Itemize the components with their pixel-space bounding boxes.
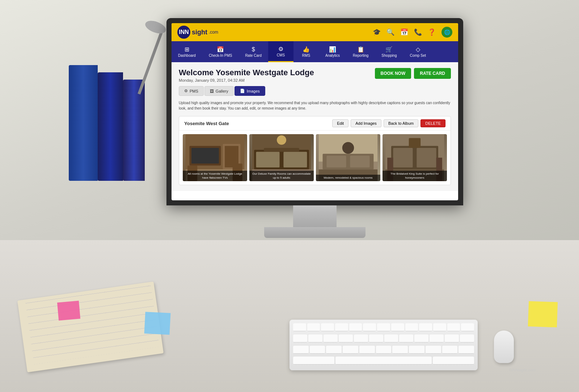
edit-button[interactable]: Edit xyxy=(332,119,348,127)
welcome-date: Monday, January 09, 2017, 04:32 AM xyxy=(179,78,314,82)
nav-label-checkin: Check-In PMS xyxy=(209,54,232,57)
logo-icon: INN xyxy=(177,26,190,39)
nav-label-analytics: Analytics xyxy=(325,54,340,57)
gallery-tab-label: Gallery xyxy=(216,89,228,93)
nav-item-reporting[interactable]: 📋 Reporting xyxy=(346,41,375,62)
room-image-caption-2: Our Deluxe Family Rooms can accommodate … xyxy=(249,171,314,181)
nav-item-comp-set[interactable]: ◇ Comp Set xyxy=(403,41,432,62)
monitor-stand-base xyxy=(264,227,365,238)
copyright-text: ©INNsight.com xyxy=(509,368,536,372)
svg-rect-21 xyxy=(342,142,354,154)
room-image-caption-3: Modern, remodeled & spacious rooms xyxy=(316,175,380,181)
svg-rect-11 xyxy=(283,152,307,167)
logo-text: sight xyxy=(192,29,207,36)
svg-rect-19 xyxy=(350,156,369,168)
svg-rect-18 xyxy=(326,156,346,168)
nav-label-cms: CMS xyxy=(277,53,285,57)
binder-3 xyxy=(123,80,145,181)
gallery-tab-icon: 🖼 xyxy=(210,89,214,93)
nav-label-shopping: Shopping xyxy=(381,54,397,57)
album-section: Yosemite West Gate Edit Add Images Back … xyxy=(179,116,451,185)
svg-rect-12 xyxy=(264,148,299,152)
rms-icon: 👍 xyxy=(303,46,310,53)
reporting-icon: 📋 xyxy=(357,46,364,53)
delete-button[interactable]: DELETE xyxy=(420,119,445,127)
search-icon[interactable]: 🔍 xyxy=(386,28,394,36)
binder-1 xyxy=(69,65,98,181)
room-image-3[interactable]: Modern, remodeled & spacious rooms xyxy=(316,134,380,181)
nav-label-rms: RMS xyxy=(302,54,310,57)
phone-icon[interactable]: 📞 xyxy=(414,28,422,36)
room-image-2[interactable]: Our Deluxe Family Rooms can accommodate … xyxy=(249,134,314,181)
app-header: INN sight.com 🎓 🔍 📅 📞 ❓ 🌐 xyxy=(172,23,458,41)
nav-item-checkin-pms[interactable]: 📅 Check-In PMS xyxy=(202,41,238,62)
calendar-icon[interactable]: 📅 xyxy=(400,28,408,36)
nav-item-cms[interactable]: ⚙ CMS xyxy=(268,41,293,62)
tab-bar: ⚙ PMS 🖼 Gallery 📄 Images xyxy=(179,86,451,96)
header-buttons: BOOK NOW RATE CARD xyxy=(375,68,451,79)
room-image-1[interactable]: All rooms at the Yosemite Westgate Lodge… xyxy=(183,134,247,181)
page-title: Welcome Yosemite Westgate Lodge xyxy=(179,68,314,77)
monitor-stand-neck xyxy=(293,205,337,227)
logo-domain: .com xyxy=(209,30,218,35)
nav-item-rms[interactable]: 👍 RMS xyxy=(293,41,319,62)
nav-item-rate-card[interactable]: $ Rate Card xyxy=(238,41,268,62)
pms-tab-label: PMS xyxy=(190,89,198,93)
monitor-bezel: INN sight.com 🎓 🔍 📅 📞 ❓ 🌐 ⊞ Dashboard xyxy=(166,18,463,205)
cms-icon: ⚙ xyxy=(278,46,283,52)
monitor-screen: INN sight.com 🎓 🔍 📅 📞 ❓ 🌐 ⊞ Dashboard xyxy=(172,23,458,200)
shopping-icon: 🛒 xyxy=(385,46,393,53)
logo-area: INN sight.com xyxy=(177,26,218,39)
mouse xyxy=(494,331,514,363)
nav-item-analytics[interactable]: 📊 Analytics xyxy=(319,41,346,62)
room-image-4[interactable]: The Bridalveil King Suite is perfect for… xyxy=(383,134,447,181)
nav-item-shopping[interactable]: 🛒 Shopping xyxy=(375,41,403,62)
rate-card-button[interactable]: RATE CARD xyxy=(414,68,451,79)
svg-rect-10 xyxy=(256,152,280,167)
images-tab-label: Images xyxy=(247,89,260,93)
svg-rect-2 xyxy=(191,148,219,163)
graduation-cap-icon[interactable]: 🎓 xyxy=(373,28,381,36)
room-image-caption-1: All rooms at the Yosemite Westgate Lodge… xyxy=(183,171,247,181)
album-header: Yosemite West Gate Edit Add Images Back … xyxy=(179,116,451,131)
dashboard-icon: ⊞ xyxy=(185,46,189,53)
nav-item-dashboard[interactable]: ⊞ Dashboard xyxy=(172,41,202,62)
keyboard xyxy=(290,320,478,370)
tab-images[interactable]: 📄 Images xyxy=(234,86,265,96)
binder-2 xyxy=(98,72,123,181)
help-icon[interactable]: ❓ xyxy=(428,28,436,36)
back-to-album-button[interactable]: Back to Album xyxy=(384,119,418,127)
images-tab-icon: 📄 xyxy=(240,89,245,93)
nav-label-rate-card: Rate Card xyxy=(245,54,262,57)
svg-rect-24 xyxy=(393,148,413,167)
sticky-note-yellow xyxy=(528,301,558,328)
main-content: Welcome Yosemite Westgate Lodge Monday, … xyxy=(172,62,458,191)
comp-set-icon: ◇ xyxy=(416,46,420,53)
sticky-note-pink xyxy=(57,301,80,320)
svg-point-14 xyxy=(277,135,286,145)
welcome-section: Welcome Yosemite Westgate Lodge Monday, … xyxy=(179,68,314,82)
room-image-bg-3 xyxy=(316,134,380,181)
image-grid: All rooms at the Yosemite Westgate Lodge… xyxy=(179,131,451,185)
nav-label-reporting: Reporting xyxy=(353,54,368,57)
checkin-icon: 📅 xyxy=(217,46,224,53)
svg-rect-26 xyxy=(409,138,421,148)
nav-bar: ⊞ Dashboard 📅 Check-In PMS $ Rate Card ⚙… xyxy=(172,41,458,62)
album-actions: Edit Add Images Back to Album DELETE xyxy=(332,119,445,127)
analytics-icon: 📊 xyxy=(329,46,336,53)
album-title: Yosemite West Gate xyxy=(184,121,229,126)
tab-gallery[interactable]: 🖼 Gallery xyxy=(204,86,234,96)
sticky-note-blue xyxy=(144,312,170,335)
nav-label-comp-set: Comp Set xyxy=(410,54,426,57)
rate-card-icon: $ xyxy=(252,46,255,53)
book-now-button[interactable]: BOOK NOW xyxy=(375,68,411,79)
page-description: Upload high quality images and promote y… xyxy=(179,100,451,111)
globe-icon[interactable]: 🌐 xyxy=(441,27,452,38)
pms-tab-icon: ⚙ xyxy=(184,89,188,93)
add-images-button[interactable]: Add Images xyxy=(351,119,381,127)
room-image-caption-4: The Bridalveil King Suite is perfect for… xyxy=(383,171,447,181)
tab-pms[interactable]: ⚙ PMS xyxy=(179,86,204,96)
nav-label-dashboard: Dashboard xyxy=(178,54,196,57)
monitor: INN sight.com 🎓 🔍 📅 📞 ❓ 🌐 ⊞ Dashboard xyxy=(166,18,463,238)
content-header: Welcome Yosemite Westgate Lodge Monday, … xyxy=(179,68,451,82)
